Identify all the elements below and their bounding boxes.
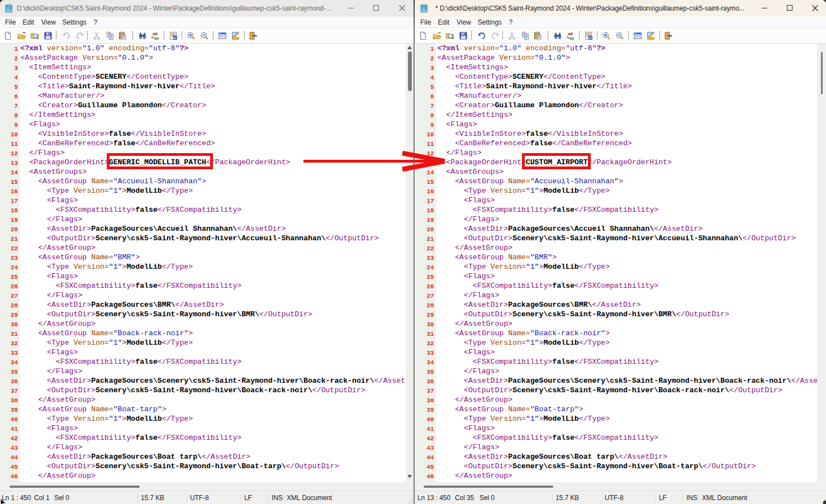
svg-text:ac: ac — [154, 36, 159, 40]
svg-text:ac: ac — [569, 36, 575, 40]
